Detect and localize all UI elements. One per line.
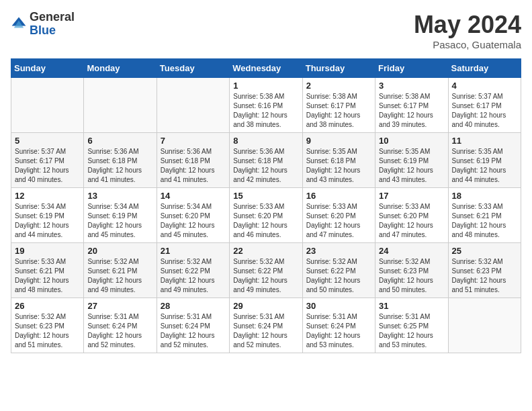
- table-row: [11, 78, 84, 133]
- table-row: 1Sunrise: 5:38 AM Sunset: 6:16 PM Daylig…: [230, 78, 302, 133]
- day-number: 14: [161, 191, 226, 201]
- day-number: 9: [306, 136, 371, 146]
- day-number: 16: [306, 191, 371, 201]
- day-number: 18: [452, 191, 517, 201]
- calendar-week-row: 26Sunrise: 5:32 AM Sunset: 6:23 PM Dayli…: [11, 298, 521, 353]
- month-title: May 2024: [414, 11, 521, 39]
- table-row: 28Sunrise: 5:31 AM Sunset: 6:24 PM Dayli…: [157, 298, 229, 353]
- day-info: Sunrise: 5:38 AM Sunset: 6:17 PM Dayligh…: [306, 92, 371, 130]
- table-row: 16Sunrise: 5:33 AM Sunset: 6:20 PM Dayli…: [302, 188, 375, 243]
- day-number: 27: [87, 301, 152, 311]
- day-info: Sunrise: 5:33 AM Sunset: 6:21 PM Dayligh…: [452, 202, 517, 240]
- table-row: 7Sunrise: 5:36 AM Sunset: 6:18 PM Daylig…: [157, 133, 229, 188]
- logo-text: General Blue: [30, 11, 75, 38]
- location: Pasaco, Guatemala: [414, 39, 521, 50]
- table-row: [84, 78, 157, 133]
- day-info: Sunrise: 5:33 AM Sunset: 6:20 PM Dayligh…: [306, 202, 371, 240]
- calendar-week-row: 5Sunrise: 5:37 AM Sunset: 6:17 PM Daylig…: [11, 133, 521, 188]
- day-info: Sunrise: 5:32 AM Sunset: 6:23 PM Dayligh…: [452, 257, 517, 295]
- day-info: Sunrise: 5:38 AM Sunset: 6:16 PM Dayligh…: [233, 92, 298, 130]
- table-row: 8Sunrise: 5:36 AM Sunset: 6:18 PM Daylig…: [230, 133, 302, 188]
- header-thursday: Thursday: [302, 59, 375, 78]
- day-number: 4: [452, 81, 517, 91]
- day-number: 19: [15, 246, 80, 256]
- day-info: Sunrise: 5:36 AM Sunset: 6:18 PM Dayligh…: [87, 147, 152, 185]
- table-row: 26Sunrise: 5:32 AM Sunset: 6:23 PM Dayli…: [11, 298, 84, 353]
- day-number: 25: [452, 246, 517, 256]
- day-number: 30: [306, 301, 371, 311]
- table-row: 13Sunrise: 5:34 AM Sunset: 6:19 PM Dayli…: [84, 188, 157, 243]
- table-row: 20Sunrise: 5:32 AM Sunset: 6:21 PM Dayli…: [84, 243, 157, 298]
- calendar-week-row: 12Sunrise: 5:34 AM Sunset: 6:19 PM Dayli…: [11, 188, 521, 243]
- table-row: 12Sunrise: 5:34 AM Sunset: 6:19 PM Dayli…: [11, 188, 84, 243]
- day-info: Sunrise: 5:37 AM Sunset: 6:17 PM Dayligh…: [15, 147, 80, 185]
- day-number: 6: [87, 136, 152, 146]
- day-info: Sunrise: 5:33 AM Sunset: 6:21 PM Dayligh…: [15, 257, 80, 295]
- title-block: May 2024 Pasaco, Guatemala: [414, 11, 521, 50]
- day-info: Sunrise: 5:34 AM Sunset: 6:20 PM Dayligh…: [161, 202, 226, 240]
- table-row: 3Sunrise: 5:38 AM Sunset: 6:17 PM Daylig…: [375, 78, 448, 133]
- day-number: 11: [452, 136, 517, 146]
- day-number: 28: [161, 301, 226, 311]
- table-row: 24Sunrise: 5:32 AM Sunset: 6:23 PM Dayli…: [375, 243, 448, 298]
- header-saturday: Saturday: [448, 59, 521, 78]
- table-row: [157, 78, 229, 133]
- day-info: Sunrise: 5:31 AM Sunset: 6:24 PM Dayligh…: [233, 312, 298, 350]
- day-number: 29: [233, 301, 298, 311]
- header-tuesday: Tuesday: [157, 59, 229, 78]
- day-number: 20: [87, 246, 152, 256]
- day-info: Sunrise: 5:31 AM Sunset: 6:25 PM Dayligh…: [379, 312, 444, 350]
- day-info: Sunrise: 5:35 AM Sunset: 6:19 PM Dayligh…: [452, 147, 517, 185]
- day-number: 7: [161, 136, 226, 146]
- day-number: 8: [233, 136, 298, 146]
- day-info: Sunrise: 5:36 AM Sunset: 6:18 PM Dayligh…: [161, 147, 226, 185]
- table-row: 6Sunrise: 5:36 AM Sunset: 6:18 PM Daylig…: [84, 133, 157, 188]
- table-row: 31Sunrise: 5:31 AM Sunset: 6:25 PM Dayli…: [375, 298, 448, 353]
- calendar-week-row: 1Sunrise: 5:38 AM Sunset: 6:16 PM Daylig…: [11, 78, 521, 133]
- day-info: Sunrise: 5:37 AM Sunset: 6:17 PM Dayligh…: [452, 92, 517, 130]
- table-row: 19Sunrise: 5:33 AM Sunset: 6:21 PM Dayli…: [11, 243, 84, 298]
- day-number: 17: [379, 191, 444, 201]
- day-info: Sunrise: 5:35 AM Sunset: 6:18 PM Dayligh…: [306, 147, 371, 185]
- table-row: 2Sunrise: 5:38 AM Sunset: 6:17 PM Daylig…: [302, 78, 375, 133]
- table-row: 23Sunrise: 5:32 AM Sunset: 6:22 PM Dayli…: [302, 243, 375, 298]
- table-row: [448, 298, 521, 353]
- day-info: Sunrise: 5:32 AM Sunset: 6:22 PM Dayligh…: [161, 257, 226, 295]
- day-info: Sunrise: 5:34 AM Sunset: 6:19 PM Dayligh…: [87, 202, 152, 240]
- table-row: 17Sunrise: 5:33 AM Sunset: 6:20 PM Dayli…: [375, 188, 448, 243]
- day-number: 5: [15, 136, 80, 146]
- day-number: 26: [15, 301, 80, 311]
- table-row: 9Sunrise: 5:35 AM Sunset: 6:18 PM Daylig…: [302, 133, 375, 188]
- table-row: 22Sunrise: 5:32 AM Sunset: 6:22 PM Dayli…: [230, 243, 302, 298]
- day-number: 15: [233, 191, 298, 201]
- logo-general: General: [30, 11, 75, 24]
- table-row: 10Sunrise: 5:35 AM Sunset: 6:19 PM Dayli…: [375, 133, 448, 188]
- calendar-header-row: Sunday Monday Tuesday Wednesday Thursday…: [11, 59, 521, 78]
- calendar-week-row: 19Sunrise: 5:33 AM Sunset: 6:21 PM Dayli…: [11, 243, 521, 298]
- table-row: 30Sunrise: 5:31 AM Sunset: 6:24 PM Dayli…: [302, 298, 375, 353]
- day-number: 24: [379, 246, 444, 256]
- day-number: 31: [379, 301, 444, 311]
- logo: General Blue: [11, 11, 75, 38]
- logo-blue: Blue: [30, 24, 75, 38]
- day-info: Sunrise: 5:38 AM Sunset: 6:17 PM Dayligh…: [379, 92, 444, 130]
- page-header: General Blue May 2024 Pasaco, Guatemala: [11, 11, 521, 50]
- day-info: Sunrise: 5:31 AM Sunset: 6:24 PM Dayligh…: [306, 312, 371, 350]
- table-row: 15Sunrise: 5:33 AM Sunset: 6:20 PM Dayli…: [230, 188, 302, 243]
- header-sunday: Sunday: [11, 59, 84, 78]
- calendar-table: Sunday Monday Tuesday Wednesday Thursday…: [11, 58, 521, 353]
- day-number: 2: [306, 81, 371, 91]
- day-info: Sunrise: 5:36 AM Sunset: 6:18 PM Dayligh…: [233, 147, 298, 185]
- day-number: 3: [379, 81, 444, 91]
- day-info: Sunrise: 5:32 AM Sunset: 6:22 PM Dayligh…: [233, 257, 298, 295]
- table-row: 14Sunrise: 5:34 AM Sunset: 6:20 PM Dayli…: [157, 188, 229, 243]
- table-row: 4Sunrise: 5:37 AM Sunset: 6:17 PM Daylig…: [448, 78, 521, 133]
- table-row: 29Sunrise: 5:31 AM Sunset: 6:24 PM Dayli…: [230, 298, 302, 353]
- logo-icon: [11, 16, 27, 32]
- day-number: 22: [233, 246, 298, 256]
- day-info: Sunrise: 5:33 AM Sunset: 6:20 PM Dayligh…: [233, 202, 298, 240]
- header-monday: Monday: [84, 59, 157, 78]
- table-row: 21Sunrise: 5:32 AM Sunset: 6:22 PM Dayli…: [157, 243, 229, 298]
- table-row: 27Sunrise: 5:31 AM Sunset: 6:24 PM Dayli…: [84, 298, 157, 353]
- day-info: Sunrise: 5:35 AM Sunset: 6:19 PM Dayligh…: [379, 147, 444, 185]
